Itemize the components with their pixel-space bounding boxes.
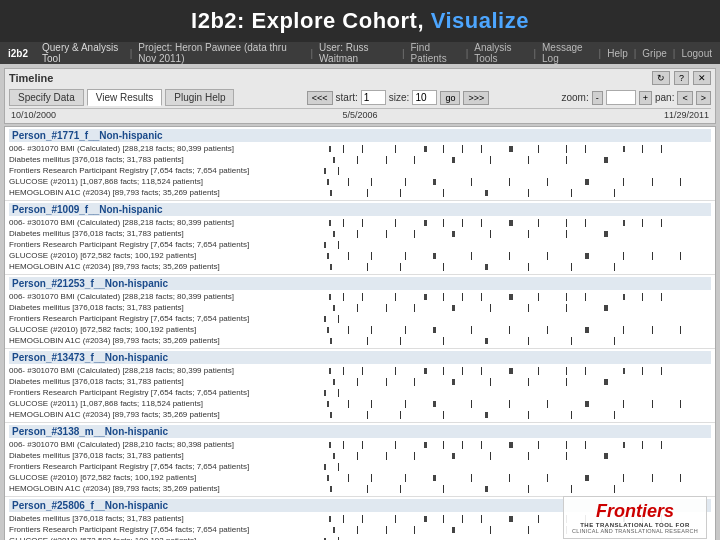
- project-info: Project: Heron Pawnee (data thru Nov 201…: [138, 42, 304, 64]
- bar-tick: [661, 441, 662, 449]
- person-block: Person_#1771_f__Non-hispanic006- #301070…: [5, 127, 715, 201]
- timeline-header: Timeline ↻ ? ✕: [9, 71, 711, 85]
- bar-tick: [509, 474, 510, 482]
- bar-tick: [405, 178, 406, 186]
- bar-tick: [585, 441, 586, 449]
- bar-tick: [623, 368, 625, 374]
- bar-tick: [329, 516, 331, 522]
- bar-tick: [528, 337, 529, 345]
- row-label: 006- #301070 BMI (Calculated) [288,218 f…: [9, 366, 319, 375]
- data-area[interactable]: Person_#1771_f__Non-hispanic006- #301070…: [4, 126, 716, 540]
- bar-tick: [324, 242, 326, 248]
- frontiers-subline: CLINICAL AND TRANSLATIONAL RESEARCH: [572, 528, 698, 534]
- bar-tick: [462, 367, 463, 375]
- bar-tick: [433, 475, 436, 481]
- bar-tick: [443, 145, 444, 153]
- bar-tick: [424, 516, 427, 522]
- bar-tick: [566, 145, 567, 153]
- nav-first-btn[interactable]: <<<: [307, 91, 333, 105]
- nav-logout[interactable]: Logout: [681, 48, 712, 59]
- bar-tick: [400, 263, 401, 271]
- zoom-input[interactable]: [606, 90, 636, 105]
- bar-tick: [324, 316, 326, 322]
- bar-tick: [330, 412, 332, 418]
- nav-message-log[interactable]: Message Log: [542, 42, 593, 64]
- bar-tick: [424, 220, 427, 226]
- tab-plugin-help[interactable]: Plugin Help: [165, 89, 234, 106]
- bar-tick: [338, 167, 339, 175]
- bar-tick: [362, 219, 363, 227]
- table-row: Diabetes mellitus [376,018 facts; 31,783…: [9, 376, 711, 387]
- bar-tick: [414, 230, 415, 238]
- bar-tick: [528, 526, 529, 534]
- bar-tick: [405, 400, 406, 408]
- bar-tick: [333, 157, 335, 163]
- bar-tick: [547, 252, 548, 260]
- date-row: 10/10/2000 5/5/2006 11/29/2011: [9, 108, 711, 121]
- bar-tick: [386, 230, 387, 238]
- size-label: size:: [389, 92, 410, 103]
- bar-tick: [414, 304, 415, 312]
- nav-help[interactable]: Help: [607, 48, 628, 59]
- timeline-help-btn[interactable]: ?: [674, 71, 689, 85]
- zoom-in-btn[interactable]: +: [639, 91, 652, 105]
- bar-tick: [623, 294, 625, 300]
- bar-tick: [528, 485, 529, 493]
- bar-tick: [481, 441, 482, 449]
- bar-tick: [481, 515, 482, 523]
- nav-last-btn[interactable]: >>>: [463, 91, 489, 105]
- bar-tick: [343, 441, 344, 449]
- person-header: Person_#13473_f__Non-hispanic: [9, 351, 711, 364]
- zoom-out-btn[interactable]: -: [592, 91, 603, 105]
- table-row: HEMOGLOBIN A1C (#2034) [89,793 facts; 35…: [9, 187, 711, 198]
- row-label: HEMOGLOBIN A1C (#2034) [89,793 facts; 35…: [9, 336, 319, 345]
- bar-tick: [585, 367, 586, 375]
- bar-tick: [614, 485, 615, 493]
- row-bars: [319, 251, 711, 261]
- bar-tick: [405, 252, 406, 260]
- bar-tick: [490, 230, 491, 238]
- bar-tick: [371, 252, 372, 260]
- size-input[interactable]: [412, 90, 437, 105]
- bar-tick: [424, 146, 427, 152]
- timeline-refresh-btn[interactable]: ↻: [652, 71, 670, 85]
- bar-tick: [371, 474, 372, 482]
- bar-tick: [327, 475, 329, 481]
- bar-tick: [604, 379, 608, 385]
- bar-tick: [490, 526, 491, 534]
- bar-tick: [371, 400, 372, 408]
- nav-analysis-tools[interactable]: Analysis Tools: [474, 42, 527, 64]
- go-button[interactable]: go: [440, 91, 460, 105]
- bar-tick: [471, 252, 472, 260]
- timeline-close-btn[interactable]: ✕: [693, 71, 711, 85]
- row-label: GLUCOSE (#2010) [672,582 facts; 100,192 …: [9, 325, 319, 334]
- bar-tick: [414, 526, 415, 534]
- start-input[interactable]: [361, 90, 386, 105]
- bar-tick: [343, 145, 344, 153]
- nav-find-patients[interactable]: Find Patients: [411, 42, 460, 64]
- table-row: Frontiers Research Participant Registry …: [9, 239, 711, 250]
- tab-view-results[interactable]: View Results: [87, 89, 163, 106]
- bar-tick: [357, 230, 358, 238]
- date-left: 10/10/2000: [11, 110, 56, 120]
- nav-gripe[interactable]: Gripe: [642, 48, 666, 59]
- table-row: HEMOGLOBIN A1C (#2034) [89,793 facts; 35…: [9, 261, 711, 272]
- bar-tick: [386, 304, 387, 312]
- tab-specify-data[interactable]: Specify Data: [9, 89, 84, 106]
- row-label: Diabetes mellitus [376,018 facts; 31,783…: [9, 303, 319, 312]
- pan-right-btn[interactable]: >: [696, 91, 711, 105]
- toolbar-row: Specify Data View Results Plugin Help <<…: [9, 87, 711, 108]
- bar-tick: [538, 219, 539, 227]
- bar-tick: [680, 474, 681, 482]
- bar-tick: [371, 326, 372, 334]
- bar-tick: [585, 253, 589, 259]
- table-row: GLUCOSE (#2011) [1,087,868 facts; 118,52…: [9, 176, 711, 187]
- row-label: 006- #301070 BMI (Calculated) [288,218 f…: [9, 144, 319, 153]
- bar-tick: [371, 178, 372, 186]
- bar-tick: [400, 337, 401, 345]
- bar-tick: [485, 190, 488, 196]
- row-bars: [319, 292, 711, 302]
- pan-left-btn[interactable]: <: [677, 91, 692, 105]
- bar-tick: [414, 378, 415, 386]
- table-row: 006- #301070 BMI (Calculated) [288,218 f…: [9, 291, 711, 302]
